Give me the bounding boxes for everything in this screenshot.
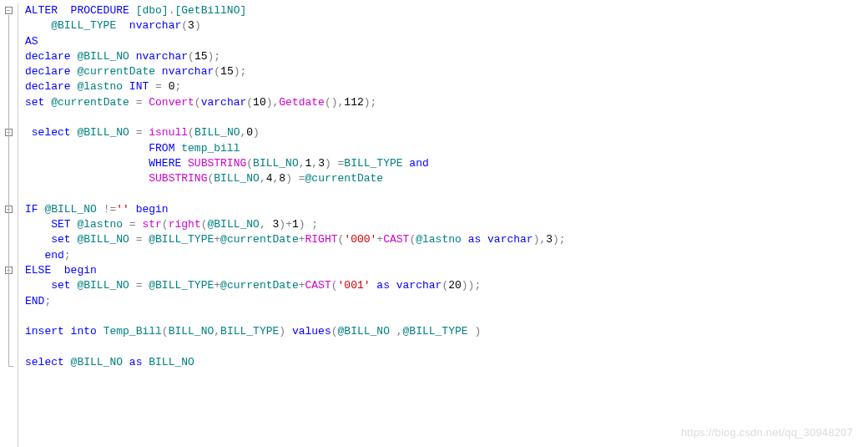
token: CAST [383, 233, 409, 246]
code-line: WHERE SUBSTRING(BILL_NO,1,3) =BILL_TYPE … [25, 156, 868, 171]
token: @BILL_NO [77, 279, 135, 292]
token: @BILL_NO [208, 218, 260, 231]
token: declare [25, 80, 77, 93]
token: select [25, 356, 71, 368]
token: ) [474, 325, 481, 338]
token: Temp_Bill [103, 325, 162, 338]
token [25, 188, 32, 201]
token: temp_bill [181, 142, 240, 155]
token: ) [253, 126, 260, 139]
token [25, 172, 149, 185]
token [25, 310, 32, 323]
token: select [25, 126, 77, 139]
code-line [25, 110, 868, 125]
fold-gutter [0, 3, 18, 447]
token: = [136, 126, 149, 139]
token: @BILL_NO [71, 356, 129, 368]
token: nvarchar [162, 65, 214, 78]
token: ( [246, 157, 253, 170]
token: ; [174, 80, 181, 93]
code-line: declare @currentDate nvarchar(15); [25, 64, 868, 79]
code-line: FROM temp_bill [25, 141, 868, 156]
token: @BILL_NO [338, 325, 396, 338]
token: ( [181, 19, 188, 32]
token: values [292, 325, 331, 338]
token: = [136, 96, 149, 109]
token: set [25, 96, 51, 109]
token: @lastno [77, 80, 129, 93]
code-line: SUBSTRING(BILL_NO,4,8) =@currentDate [25, 171, 868, 186]
token: '001' [338, 279, 377, 292]
code-line [25, 187, 868, 202]
token: ); [234, 65, 247, 78]
code-line: @BILL_TYPE nvarchar(3) [25, 18, 868, 33]
token: , [396, 325, 403, 338]
token: ) [194, 19, 201, 32]
token: END [25, 295, 44, 307]
token: begin [136, 203, 169, 216]
token: ; [44, 295, 51, 307]
token: right [169, 218, 201, 231]
token: 112 [344, 96, 363, 109]
code-line: set @currentDate = Convert(varchar(10),G… [25, 95, 868, 110]
token: BILL_TYPE [220, 325, 279, 338]
token: BILL_TYPE [344, 157, 409, 170]
token: )+ [279, 218, 292, 231]
token: = [136, 279, 149, 292]
token: 3 [188, 19, 194, 32]
token: [dbo] [136, 4, 169, 17]
token: 4 [266, 172, 273, 185]
token: ( [214, 65, 220, 78]
token: '000' [344, 233, 376, 246]
token: 1 [292, 218, 299, 231]
token: @BILL_TYPE [149, 279, 214, 292]
token: ), [266, 96, 280, 109]
code-line: set @BILL_NO = @BILL_TYPE+@currentDate+R… [25, 232, 868, 247]
token: RIGHT [305, 233, 338, 246]
token: ( [194, 96, 201, 109]
token [25, 341, 32, 353]
token: + [214, 279, 220, 292]
code-line: END; [25, 294, 868, 309]
token: ( [188, 126, 194, 139]
token: , [260, 172, 266, 185]
code-line: IF @BILL_NO !='' begin [25, 202, 868, 217]
token: @BILL_NO [44, 203, 103, 216]
token: @currentDate [305, 172, 384, 185]
code-line [25, 340, 868, 355]
fold-guide-line [8, 15, 9, 367]
code-line: declare @lastno INT = 0; [25, 79, 868, 94]
token: , [260, 218, 273, 231]
fold-toggle-icon[interactable] [5, 7, 13, 14]
token: @BILL_NO [77, 126, 135, 139]
token: BILL_NO [214, 172, 260, 185]
token: 8 [279, 172, 285, 185]
token: as [468, 233, 487, 246]
token: SUBSTRING [149, 172, 207, 185]
token: 0 [246, 126, 253, 139]
token: end [25, 249, 64, 262]
token: INT [129, 80, 155, 93]
token: SET [25, 218, 77, 231]
token: BILL_NO [149, 356, 194, 368]
token: nvarchar [129, 19, 181, 32]
code-area[interactable]: ALTER PROCEDURE [dbo].[GetBillNO] @BILL_… [18, 3, 868, 447]
token: as [129, 356, 149, 368]
token: ) ; [299, 218, 318, 231]
token: ( [188, 50, 194, 63]
token: declare [25, 65, 77, 78]
code-line: ALTER PROCEDURE [dbo].[GetBillNO] [25, 3, 868, 18]
token: BILL_NO [253, 157, 299, 170]
code-line: set @BILL_NO = @BILL_TYPE+@currentDate+C… [25, 278, 868, 293]
token: WHERE [25, 157, 188, 170]
token: isnull [149, 126, 188, 139]
token: ALTER PROCEDURE [25, 4, 136, 17]
token: ( [162, 218, 169, 231]
token: 3 [318, 157, 325, 170]
token: ( [162, 325, 169, 338]
token: ( [201, 218, 208, 231]
token: varchar [201, 96, 247, 109]
token: and [409, 157, 428, 170]
code-line: SET @lastno = str(right(@BILL_NO, 3)+1) … [25, 217, 868, 232]
token: = [129, 218, 143, 231]
